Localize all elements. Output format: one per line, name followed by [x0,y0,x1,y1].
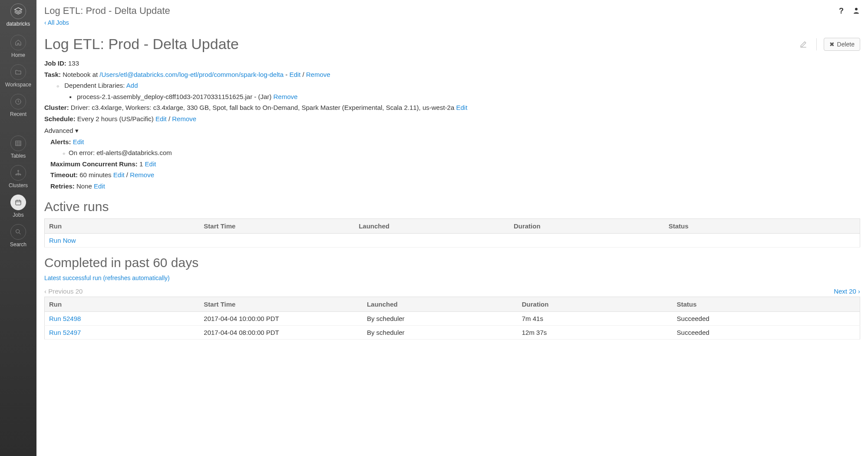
sidebar-item-recent[interactable]: Recent [10,94,26,117]
col-launched: Launched [354,219,509,234]
delete-label: Delete [837,41,855,48]
sidebar-item-label: Tables [11,153,26,159]
task-row: Task: Notebook at /Users/etl@databricks.… [44,69,860,80]
schedule-edit-link[interactable]: Edit [155,115,167,122]
folder-icon [10,64,26,80]
col-launched: Launched [363,297,518,312]
sidebar-item-label: Jobs [13,212,23,218]
brand-logo[interactable]: databricks [7,3,30,27]
edit-title-icon[interactable] [790,40,816,49]
delete-button[interactable]: ✖ Delete [824,38,860,51]
databricks-icon [10,3,26,19]
library-remove-link[interactable]: Remove [274,93,298,100]
run-link[interactable]: Run 52498 [49,315,81,322]
page-title: Log ETL: Prod - Delta Update [44,5,170,17]
table-row: Run 52498 2017-04-04 10:00:00 PDT By sch… [45,312,860,326]
chevron-down-icon: ▾ [75,127,79,134]
completed-runs-table: Run Start Time Launched Duration Status … [44,297,860,340]
brand-label: databricks [7,21,30,27]
sidebar-item-label: Search [10,241,26,248]
col-run: Run [45,219,200,234]
next-page[interactable]: Next 20 › [834,287,860,295]
max-concurrent-row: Maximum Concurrent Runs: 1 Edit [50,159,860,170]
prev-page: ‹ Previous 20 [44,287,83,295]
sidebar-item-label: Home [11,52,25,58]
timeout-edit-link[interactable]: Edit [113,171,125,178]
table-row: Run 52497 2017-04-04 08:00:00 PDT By sch… [45,326,860,340]
job-id-row: Job ID: 133 [44,58,860,69]
sidebar-item-clusters[interactable]: Clusters [9,165,28,188]
svg-point-8 [855,8,858,10]
close-icon: ✖ [829,41,835,48]
home-icon [10,35,26,50]
sidebar: databricks Home Workspace Recent Tab [0,0,36,456]
svg-rect-6 [16,200,21,205]
main-content: Log ETL: Prod - Delta Update ? ‹ All Job… [36,0,868,456]
clock-icon [10,94,26,109]
search-icon [10,224,26,240]
task-remove-link[interactable]: Remove [306,71,330,78]
col-start: Start Time [199,219,354,234]
sidebar-item-label: Recent [10,111,26,117]
sidebar-item-label: Workspace [5,82,31,88]
back-all-jobs-link[interactable]: ‹ All Jobs [44,19,69,26]
svg-point-2 [18,170,19,172]
col-status: Status [664,219,860,234]
svg-point-7 [16,230,20,233]
sidebar-item-tables[interactable]: Tables [10,135,26,159]
cluster-row: Cluster: Driver: c3.4xlarge, Workers: c3… [44,102,860,113]
advanced-toggle[interactable]: Advanced ▾ [44,125,860,136]
cluster-edit-link[interactable]: Edit [456,104,467,111]
svg-point-3 [16,174,17,175]
timeout-remove-link[interactable]: Remove [130,171,154,178]
schedule-remove-link[interactable]: Remove [172,115,196,122]
divider [816,38,817,50]
library-item: process-2.1-assembly_deploy-c8ff10d3-201… [69,91,860,102]
run-now-link[interactable]: Run Now [49,237,76,244]
sidebar-item-home[interactable]: Home [10,35,26,58]
schedule-row: Schedule: Every 2 hours (US/Pacific) Edi… [44,113,860,125]
col-duration: Duration [509,219,664,234]
col-run: Run [45,297,200,312]
add-library-link[interactable]: Add [126,82,138,89]
svg-rect-1 [16,141,21,146]
table-icon [10,135,26,151]
help-icon[interactable]: ? [839,7,844,16]
sidebar-item-search[interactable]: Search [10,224,26,248]
calendar-icon [10,195,26,210]
task-edit-link[interactable]: Edit [289,71,300,78]
sidebar-item-label: Clusters [9,182,28,188]
active-runs-table: Run Start Time Launched Duration Status … [44,218,860,248]
cluster-icon [10,165,26,181]
dependent-libraries-row: Dependent Libraries: Add [56,80,860,91]
mcr-edit-link[interactable]: Edit [145,160,156,168]
run-link[interactable]: Run 52497 [49,329,81,336]
table-row: Run Now [45,234,860,248]
job-title: Log ETL: Prod - Delta Update [44,36,790,53]
retries-edit-link[interactable]: Edit [94,182,105,190]
latest-successful-link[interactable]: Latest successful run (refreshes automat… [44,274,170,281]
col-start: Start Time [199,297,363,312]
alerts-edit-link[interactable]: Edit [73,138,84,145]
user-icon[interactable] [852,7,860,16]
col-status: Status [673,297,860,312]
sidebar-item-jobs[interactable]: Jobs [10,195,26,218]
svg-point-4 [18,174,19,175]
active-runs-heading: Active runs [44,199,860,214]
retries-row: Retries: None Edit [50,181,860,192]
svg-point-5 [20,174,21,175]
timeout-row: Timeout: 60 minutes Edit / Remove [50,169,860,181]
col-duration: Duration [518,297,673,312]
alerts-row: Alerts: Edit [50,136,860,148]
sidebar-item-workspace[interactable]: Workspace [5,64,31,88]
completed-heading: Completed in past 60 days [44,255,860,270]
task-path-link[interactable]: /Users/etl@databricks.com/log-etl/prod/c… [99,71,284,78]
alerts-onerror: On error: etl-alerts@databricks.com [63,147,860,159]
